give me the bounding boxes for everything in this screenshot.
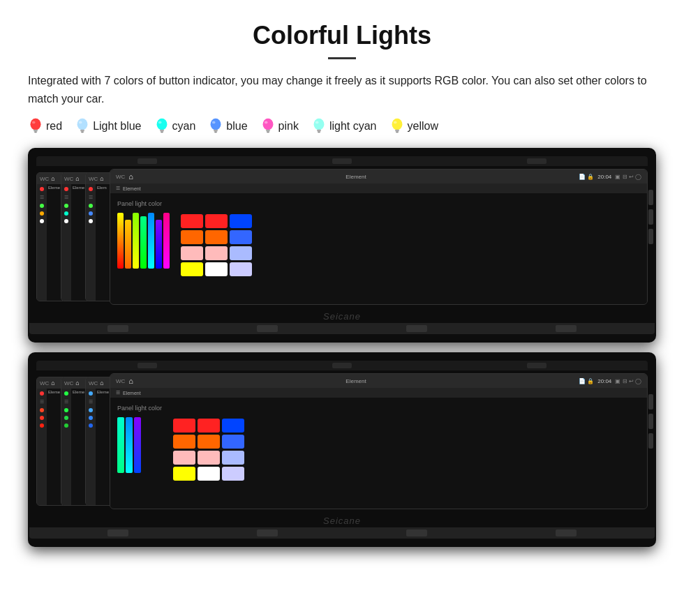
svg-point-20 bbox=[264, 121, 267, 124]
svg-point-9 bbox=[156, 119, 167, 130]
svg-point-16 bbox=[212, 121, 216, 124]
svg-rect-27 bbox=[396, 132, 399, 133]
side-buttons-bottom bbox=[648, 394, 653, 449]
mount-tab bbox=[257, 325, 278, 332]
blue-bulb-icon bbox=[208, 117, 223, 135]
color-item-pink: pink bbox=[260, 117, 299, 135]
svg-point-24 bbox=[315, 121, 319, 124]
svg-point-1 bbox=[31, 119, 41, 130]
svg-point-21 bbox=[313, 119, 324, 130]
red-bulb-icon bbox=[28, 117, 43, 135]
cyan-bulb-icon bbox=[154, 117, 170, 135]
svg-rect-22 bbox=[317, 130, 321, 132]
svg-rect-18 bbox=[266, 130, 270, 132]
svg-rect-14 bbox=[214, 130, 218, 132]
mount-tab bbox=[527, 158, 547, 164]
color-item-blue: blue bbox=[208, 117, 247, 135]
svg-rect-23 bbox=[318, 132, 320, 133]
color-item-lightblue: Light blue bbox=[75, 117, 141, 135]
lightblue-bulb-icon bbox=[75, 117, 90, 135]
svg-point-17 bbox=[262, 119, 273, 130]
page-container: Colorful Lights Integrated with 7 colors… bbox=[0, 0, 684, 571]
device-group-bottom: WC ⌂ Elem ☰ Eleme bbox=[28, 352, 656, 547]
color-label-red: red bbox=[46, 120, 62, 133]
mount-tab bbox=[107, 325, 128, 332]
page-title: Colorful Lights bbox=[28, 21, 656, 50]
mount-tab bbox=[257, 529, 278, 536]
mount-tab bbox=[137, 363, 157, 368]
bottom-mount-top bbox=[29, 323, 655, 334]
svg-rect-6 bbox=[80, 130, 84, 132]
color-label-cyan: cyan bbox=[172, 120, 196, 133]
color-label-blue: blue bbox=[226, 120, 247, 133]
color-item-lightcyan: light cyan bbox=[311, 117, 377, 135]
svg-point-28 bbox=[393, 121, 396, 124]
device-group-top: WC ⌂ Elem ☰ Eleme bbox=[28, 148, 656, 343]
mount-tab bbox=[332, 158, 352, 164]
color-label-yellow: yellow bbox=[408, 120, 438, 133]
color-row: red Light blue cyan bbox=[28, 117, 656, 135]
color-item-cyan: cyan bbox=[154, 117, 196, 135]
svg-rect-3 bbox=[34, 132, 37, 133]
svg-rect-7 bbox=[81, 132, 84, 133]
svg-rect-11 bbox=[161, 132, 163, 133]
color-label-lightcyan: light cyan bbox=[329, 120, 377, 133]
device-unit-main-top: WC ⌂ Element 📄 🔒 20:04 ▣ ⊟ ↩ ◯ ☰ Element… bbox=[110, 169, 648, 305]
svg-rect-26 bbox=[395, 130, 399, 132]
svg-rect-10 bbox=[160, 130, 164, 132]
svg-point-25 bbox=[392, 119, 402, 130]
svg-point-12 bbox=[158, 121, 161, 124]
yellow-bulb-icon bbox=[389, 117, 405, 135]
svg-point-5 bbox=[77, 119, 88, 130]
color-item-red: red bbox=[28, 117, 62, 135]
color-label-lightblue: Light blue bbox=[93, 120, 141, 133]
color-label-pink: pink bbox=[278, 120, 299, 133]
top-mount-bar bbox=[36, 156, 648, 166]
lightcyan-bulb-icon bbox=[311, 117, 327, 135]
device-unit-main-bottom: WC ⌂ Element 📄 🔒 20:04 ▣ ⊟ ↩ ◯ ☰ Element… bbox=[110, 373, 648, 509]
watermark-bottom: Seicane bbox=[36, 513, 648, 527]
side-buttons-top bbox=[648, 190, 653, 244]
svg-rect-2 bbox=[34, 130, 38, 132]
svg-rect-19 bbox=[267, 132, 269, 133]
svg-rect-15 bbox=[214, 132, 217, 133]
mount-tab bbox=[556, 529, 577, 536]
watermark-top: Seicane bbox=[36, 308, 648, 323]
svg-point-4 bbox=[32, 121, 36, 124]
title-divider bbox=[328, 57, 356, 59]
mount-tab bbox=[527, 363, 547, 368]
pink-bulb-icon bbox=[260, 117, 276, 135]
svg-point-8 bbox=[79, 121, 82, 124]
color-item-yellow: yellow bbox=[389, 117, 438, 135]
bottom-mount-bottom bbox=[29, 527, 655, 539]
mount-tab bbox=[556, 325, 577, 332]
top-mount-bar-bottom bbox=[36, 361, 648, 370]
mount-tab bbox=[406, 325, 427, 332]
description-text: Integrated with 7 colors of button indic… bbox=[28, 72, 656, 107]
svg-point-13 bbox=[211, 119, 221, 130]
mount-tab bbox=[137, 158, 157, 164]
mount-tab bbox=[332, 363, 352, 368]
mount-tab bbox=[107, 529, 128, 536]
mount-tab bbox=[406, 529, 427, 536]
